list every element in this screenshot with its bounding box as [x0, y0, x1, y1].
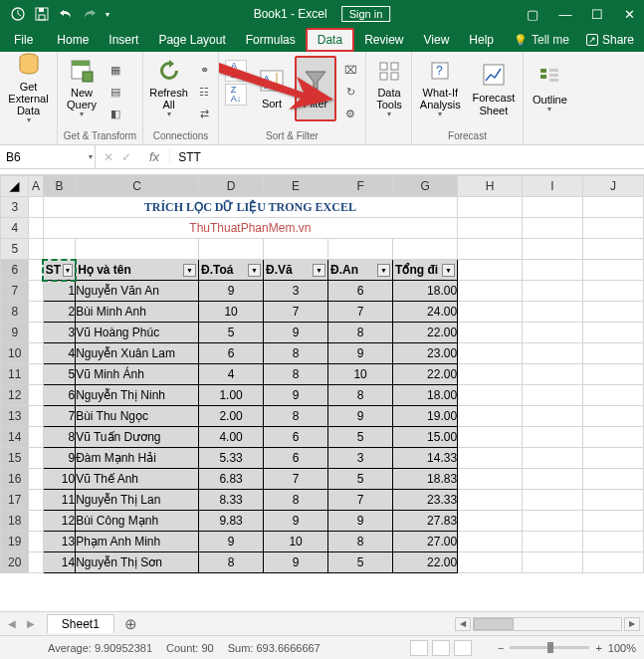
advanced-icon[interactable]: ⚙ — [340, 104, 360, 123]
cell[interactable]: 15.00 — [393, 427, 458, 448]
add-sheet-icon[interactable]: ⊕ — [114, 615, 147, 633]
filter-dropdown-icon[interactable]: ▼ — [377, 264, 390, 277]
title-cell[interactable]: TRÍCH LỌC DỮ LIỆU TRONG EXCEL — [43, 197, 457, 218]
tab-page-layout[interactable]: Page Layout — [148, 28, 235, 52]
autosave-icon[interactable] — [10, 6, 26, 22]
filter-dropdown-icon[interactable]: ▼ — [248, 264, 261, 277]
new-query-button[interactable]: New Query▾ — [62, 56, 102, 121]
cell[interactable]: 9 — [199, 532, 264, 552]
row-header[interactable]: 5 — [1, 239, 29, 260]
filter-dropdown-icon[interactable]: ▼ — [63, 264, 73, 277]
cell[interactable]: Nguyễn Thị Sơn — [76, 552, 199, 573]
cell[interactable]: 10 — [264, 532, 328, 552]
save-icon[interactable] — [34, 6, 50, 22]
tab-file[interactable]: File — [0, 28, 47, 52]
row-header[interactable]: 12 — [1, 385, 29, 406]
cell[interactable]: 8 — [199, 552, 264, 573]
scroll-right-icon[interactable]: ▶ — [624, 617, 640, 631]
cell[interactable]: 23.00 — [393, 343, 458, 364]
cell[interactable]: 5 — [328, 552, 393, 573]
col-header[interactable]: E — [264, 176, 328, 197]
cell[interactable]: Nguyễn Thị Lan — [76, 490, 199, 511]
clear-filter-icon[interactable]: ⌧ — [340, 60, 360, 80]
zoom-in-icon[interactable]: + — [595, 642, 601, 654]
row-header[interactable]: 15 — [1, 448, 29, 469]
cell[interactable]: Vũ Minh Ánh — [76, 364, 199, 385]
zoom-out-icon[interactable]: − — [498, 642, 504, 654]
cell[interactable]: 9 — [264, 385, 328, 406]
cell[interactable]: 6 — [328, 281, 393, 302]
cell[interactable]: Phạm Anh Minh — [76, 532, 199, 552]
cell[interactable]: 8 — [264, 406, 328, 427]
cell[interactable]: 6.83 — [199, 469, 264, 490]
cell[interactable]: 9 — [328, 511, 393, 532]
horizontal-scrollbar[interactable] — [473, 617, 622, 631]
cell[interactable]: 10 — [43, 469, 76, 490]
cell[interactable]: Bùi Công Mạnh — [76, 511, 199, 532]
maximize-icon[interactable]: ☐ — [588, 7, 606, 22]
name-box[interactable]: B6▾ — [0, 145, 96, 168]
cell[interactable]: 1 — [43, 281, 76, 302]
sheet-nav-icon[interactable]: ◀ ▶ — [0, 618, 47, 629]
cell[interactable]: 4 — [43, 343, 76, 364]
cell[interactable]: 23.33 — [393, 490, 458, 511]
cell[interactable]: 14 — [43, 552, 76, 573]
col-header[interactable]: F — [328, 176, 393, 197]
cell[interactable]: 3 — [43, 323, 76, 343]
share-button[interactable]: Share — [586, 28, 644, 52]
cell[interactable]: 5 — [328, 427, 393, 448]
tab-view[interactable]: View — [414, 28, 460, 52]
col-header[interactable]: G — [393, 176, 458, 197]
cell[interactable]: 6 — [43, 385, 76, 406]
cell[interactable]: 13 — [43, 532, 76, 552]
cell[interactable]: Đàm Mạnh Hải — [76, 448, 199, 469]
page-layout-icon[interactable] — [432, 640, 450, 656]
cell[interactable]: 5.33 — [199, 448, 264, 469]
cell[interactable]: 8.33 — [199, 490, 264, 511]
what-if-button[interactable]: ? What-If Analysis▾ — [416, 56, 465, 121]
cell[interactable]: 19.00 — [393, 406, 458, 427]
row-header[interactable]: 9 — [1, 323, 29, 343]
col-header[interactable]: H — [458, 176, 523, 197]
cell[interactable]: 8 — [264, 343, 328, 364]
cancel-formula-icon[interactable]: ✕ — [104, 150, 113, 164]
row-header[interactable]: 18 — [1, 511, 29, 532]
forecast-sheet-button[interactable]: Forecast Sheet — [469, 56, 519, 121]
cell[interactable]: Vũ Thế Anh — [76, 469, 199, 490]
row-header[interactable]: 6 — [1, 260, 29, 281]
col-header[interactable]: D — [199, 176, 264, 197]
cell[interactable]: 18.00 — [393, 385, 458, 406]
ribbon-options-icon[interactable]: ▢ — [527, 7, 542, 22]
filter-dropdown-icon[interactable]: ▼ — [442, 264, 455, 277]
cell[interactable]: 7 — [328, 490, 393, 511]
cell[interactable]: 8 — [328, 532, 393, 552]
tab-data[interactable]: Data — [306, 28, 354, 52]
cell[interactable]: 5 — [328, 469, 393, 490]
cell[interactable]: 4 — [199, 364, 264, 385]
zoom-level[interactable]: 100% — [608, 642, 636, 654]
row-header[interactable]: 10 — [1, 343, 29, 364]
row-header[interactable]: 13 — [1, 406, 29, 427]
filter-dropdown-icon[interactable]: ▼ — [313, 264, 325, 277]
col-header[interactable]: B — [43, 176, 76, 197]
cell[interactable]: 1.00 — [199, 385, 264, 406]
cell[interactable]: 18.00 — [393, 281, 458, 302]
cell[interactable]: Nguyễn Văn An — [76, 281, 199, 302]
row-header[interactable]: 17 — [1, 490, 29, 511]
row-header[interactable]: 4 — [1, 218, 29, 239]
tab-review[interactable]: Review — [354, 28, 413, 52]
cell[interactable]: 9 — [264, 511, 328, 532]
cell[interactable]: 9 — [264, 552, 328, 573]
cell[interactable]: 3 — [328, 448, 393, 469]
row-header[interactable]: 7 — [1, 281, 29, 302]
fx-icon[interactable]: fx — [139, 149, 170, 164]
cell[interactable]: 8 — [264, 364, 328, 385]
cell[interactable]: 22.00 — [393, 364, 458, 385]
normal-view-icon[interactable] — [410, 640, 428, 656]
cell[interactable]: 22.00 — [393, 552, 458, 573]
cell[interactable]: 8 — [328, 385, 393, 406]
col-header[interactable]: C — [76, 176, 199, 197]
outline-button[interactable]: Outline▾ — [528, 56, 572, 121]
cell[interactable]: 9 — [328, 406, 393, 427]
cell[interactable]: 3 — [264, 281, 328, 302]
